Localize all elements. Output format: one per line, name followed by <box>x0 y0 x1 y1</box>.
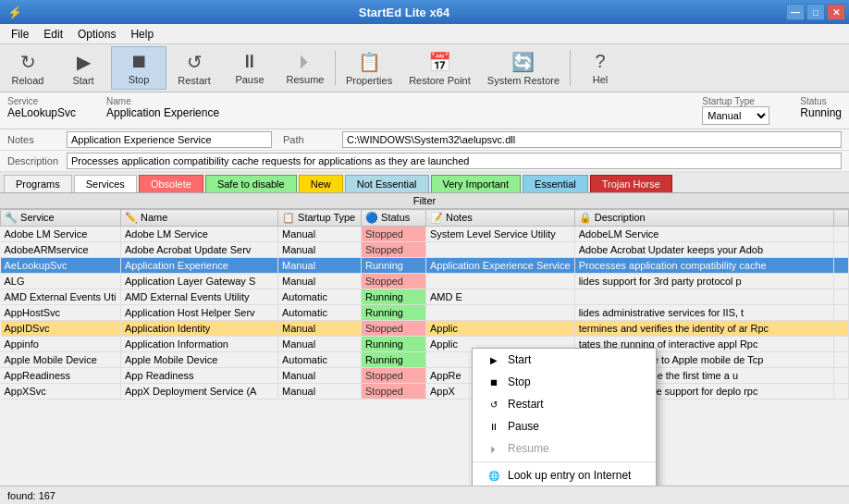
startup-type-select[interactable]: Manual Automatic Disabled <box>702 106 769 125</box>
close-button[interactable]: ✕ <box>827 4 845 20</box>
cell-empty <box>834 337 849 352</box>
ctx-lookup[interactable]: 🌐 Look up entry on Internet <box>473 464 656 486</box>
ctx-pause[interactable]: ⏸ Pause <box>473 415 656 437</box>
cell-description: lides support for 3rd party protocol p <box>574 274 833 289</box>
col-service[interactable]: 🔧 Service <box>1 210 121 227</box>
tab-new[interactable]: New <box>299 175 343 192</box>
cell-service: AdobeARMservice <box>1 242 121 258</box>
restore-button[interactable]: □ <box>806 4 825 20</box>
cell-name: Application Identity <box>121 321 278 337</box>
cell-status: Running <box>362 289 426 305</box>
table-row[interactable]: AeLookupSvcApplication ExperienceManualR… <box>1 258 849 274</box>
menu-options[interactable]: Options <box>70 26 123 42</box>
cell-status: Running <box>362 337 426 352</box>
start-button[interactable]: ▶ Start <box>55 46 111 90</box>
cell-empty <box>834 242 849 258</box>
cell-name: Application Experience <box>121 258 278 274</box>
table-row[interactable]: AdobeARMserviceAdobe Acrobat Update Serv… <box>1 242 849 258</box>
table-row[interactable]: AppinfoApplication InformationManualRunn… <box>1 337 849 352</box>
tab-essential[interactable]: Essential <box>523 175 588 192</box>
menu-help[interactable]: Help <box>123 26 161 42</box>
cell-empty <box>834 289 849 305</box>
tab-very-important[interactable]: Very Important <box>431 175 522 192</box>
col-startup[interactable]: 📋 Startup Type <box>278 210 362 227</box>
info-panel: Service AeLookupSvc Name Application Exp… <box>0 92 849 129</box>
tab-trojan[interactable]: Trojan Horse <box>590 175 672 192</box>
description-input[interactable] <box>67 153 842 169</box>
ctx-restart[interactable]: ↺ Restart <box>473 393 656 415</box>
cell-notes <box>426 242 575 258</box>
cell-service: Apple Mobile Device <box>1 352 121 368</box>
pause-label: Pause <box>235 74 264 85</box>
cell-service: AppReadiness <box>1 368 121 384</box>
menu-edit[interactable]: Edit <box>36 26 70 42</box>
cell-startup: Automatic <box>278 352 362 368</box>
filter-bar: Filter <box>0 193 849 209</box>
stop-icon: ⏹ <box>129 51 148 72</box>
notes-input[interactable] <box>67 131 272 148</box>
table-row[interactable]: Apple Mobile DeviceApple Mobile DeviceAu… <box>1 352 849 368</box>
path-input[interactable] <box>342 131 842 148</box>
cell-description: Adobe Acrobat Updater keeps your Adob <box>574 242 833 258</box>
ctx-restart-label: Restart <box>508 398 544 411</box>
col-status[interactable]: 🔵 Status <box>362 210 426 227</box>
table-row[interactable]: AppXSvcAppX Deployment Service (AManualS… <box>1 384 849 400</box>
cell-service: AeLookupSvc <box>1 258 121 274</box>
table-row[interactable]: Adobe LM ServiceAdobe LM ServiceManualSt… <box>1 227 849 242</box>
system-restore-button[interactable]: 🔄 System Restore <box>479 46 568 90</box>
col-name[interactable]: ✏️ Name <box>121 210 278 227</box>
ctx-pause-label: Pause <box>508 420 539 433</box>
cell-notes: System Level Service Utility <box>426 227 575 242</box>
ctx-start[interactable]: ▶ Start <box>473 349 656 371</box>
help-button[interactable]: ? Hel <box>572 46 628 90</box>
cell-startup: Manual <box>278 242 362 258</box>
table-row[interactable]: AppIDSvcApplication IdentityManualStoppe… <box>1 321 849 337</box>
pause-button[interactable]: ⏸ Pause <box>222 46 277 90</box>
table-row[interactable]: AppHostSvcApplication Host Helper ServAu… <box>1 305 849 321</box>
cell-empty <box>834 352 849 368</box>
col-description[interactable]: 🔒 Description <box>574 210 833 227</box>
minimize-button[interactable]: — <box>786 4 805 20</box>
tab-safe[interactable]: Safe to disable <box>205 175 297 192</box>
col-notes[interactable]: 📝 Notes <box>426 210 575 227</box>
restart-button[interactable]: ↺ Restart <box>166 46 222 90</box>
tab-programs[interactable]: Programs <box>4 175 72 192</box>
toolbar-separator-1 <box>335 50 336 86</box>
stop-button[interactable]: ⏹ Stop <box>111 46 166 90</box>
cell-notes: AMD E <box>426 289 575 305</box>
cell-empty <box>834 274 849 289</box>
cell-status: Stopped <box>362 227 426 242</box>
context-menu: ▶ Start ⏹ Stop ↺ Restart ⏸ Pause ⏵ Resum… <box>472 348 657 486</box>
cell-name: Application Host Helper Serv <box>121 305 278 321</box>
col-scroll-placeholder <box>834 210 849 227</box>
properties-button[interactable]: 📋 Properties <box>338 46 400 90</box>
resume-button[interactable]: ⏵ Resume <box>277 46 333 90</box>
cell-description <box>574 289 833 305</box>
cell-name: Adobe LM Service <box>121 227 278 242</box>
tab-obsolete[interactable]: Obsolete <box>139 175 203 192</box>
table-row[interactable]: AppReadinessApp ReadinessManualStoppedAp… <box>1 368 849 384</box>
cell-status: Running <box>362 305 426 321</box>
ctx-resume-label: Resume <box>508 442 549 455</box>
ctx-resume[interactable]: ⏵ Resume <box>473 437 656 460</box>
help-label: Hel <box>593 74 609 85</box>
table-row[interactable]: AMD External Events UtiAMD External Even… <box>1 289 849 305</box>
tab-not-essential[interactable]: Not Essential <box>345 175 429 192</box>
reload-button[interactable]: ↻ Reload <box>0 46 55 90</box>
table-row[interactable]: ALGApplication Layer Gateway SManualStop… <box>1 274 849 289</box>
cell-name: App Readiness <box>121 368 278 384</box>
table-container[interactable]: 🔧 Service ✏️ Name 📋 Startup Type 🔵 Statu… <box>0 209 849 486</box>
ctx-stop[interactable]: ⏹ Stop <box>473 371 656 393</box>
cell-empty <box>834 384 849 400</box>
description-row: Description <box>0 151 849 172</box>
status-bar: found: 167 <box>0 486 849 504</box>
ctx-start-label: Start <box>508 353 531 366</box>
cell-name: Adobe Acrobat Update Serv <box>121 242 278 258</box>
cell-service: Adobe LM Service <box>1 227 121 242</box>
menu-file[interactable]: File <box>4 26 36 42</box>
tab-services[interactable]: Services <box>74 175 137 192</box>
cell-startup: Manual <box>278 337 362 352</box>
cell-startup: Manual <box>278 321 362 337</box>
restore-point-button[interactable]: 📅 Restore Point <box>400 46 479 90</box>
ctx-stop-label: Stop <box>508 375 531 388</box>
